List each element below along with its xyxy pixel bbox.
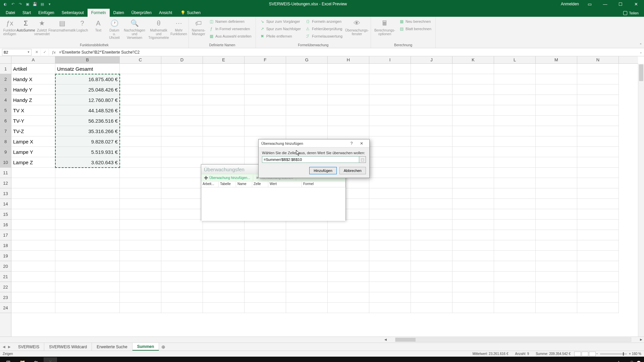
row-headers[interactable]: 123456789101112131415161718192021222324	[0, 64, 11, 337]
col-header[interactable]: A	[11, 56, 55, 63]
tray-action-center-icon[interactable]: 💬	[637, 361, 641, 362]
cell[interactable]: 25.048.426 €	[55, 84, 120, 95]
cell[interactable]: 12.760.807 €	[55, 95, 120, 105]
tab-ueberpruefen[interactable]: Überprüfen	[128, 9, 155, 17]
cell[interactable]	[411, 282, 452, 292]
evaluate-formula-button[interactable]: ℱFormelauswertung	[304, 33, 344, 40]
cell[interactable]	[328, 74, 369, 84]
cell[interactable]	[369, 64, 411, 74]
cell[interactable]	[369, 209, 411, 220]
cell[interactable]	[536, 251, 577, 261]
cell[interactable]	[11, 220, 55, 230]
cell[interactable]	[577, 95, 619, 105]
cell[interactable]	[577, 178, 619, 188]
cell[interactable]	[452, 292, 494, 303]
row-header[interactable]: 1	[0, 64, 11, 74]
row-header[interactable]: 5	[0, 105, 11, 116]
cell[interactable]	[369, 116, 411, 126]
cell[interactable]	[161, 272, 203, 282]
cell[interactable]	[328, 220, 369, 230]
cell[interactable]	[411, 178, 452, 188]
tray-speaker-icon[interactable]: 🔊	[629, 361, 633, 362]
cell[interactable]	[328, 116, 369, 126]
cell[interactable]	[411, 303, 452, 313]
cell[interactable]	[577, 147, 619, 157]
page-layout-view-icon[interactable]	[582, 352, 588, 356]
cell[interactable]: 56.236.516 €	[55, 116, 120, 126]
tell-me-search[interactable]: 💡 Suchen	[178, 9, 203, 17]
cell[interactable]: Umsatz Gesamt	[55, 64, 120, 74]
cell[interactable]	[452, 126, 494, 136]
redo-icon[interactable]: ↷	[17, 1, 23, 7]
row-header[interactable]: 21	[0, 272, 11, 282]
create-from-selection-button[interactable]: ▦Aus Auswahl erstellen	[207, 33, 254, 40]
cell[interactable]: TV-Z	[11, 126, 55, 136]
cell[interactable]	[369, 230, 411, 240]
cell[interactable]	[161, 230, 203, 240]
cell[interactable]	[161, 188, 203, 199]
cell[interactable]	[120, 84, 161, 95]
col-header[interactable]: J	[411, 56, 452, 63]
cell[interactable]	[120, 168, 161, 178]
cell[interactable]	[577, 188, 619, 199]
cell[interactable]	[536, 188, 577, 199]
row-header[interactable]: 24	[0, 303, 11, 313]
sheet-tab-summen[interactable]: Summen	[132, 343, 159, 351]
cell[interactable]	[161, 178, 203, 188]
cell[interactable]	[494, 168, 536, 178]
cell[interactable]	[577, 84, 619, 95]
watch-list[interactable]	[201, 187, 345, 221]
cell[interactable]	[494, 64, 536, 74]
cell[interactable]	[452, 64, 494, 74]
cell[interactable]	[494, 251, 536, 261]
scroll-thumb[interactable]	[639, 64, 643, 81]
cell[interactable]	[328, 105, 369, 116]
hscroll-thumb[interactable]	[395, 338, 416, 342]
cell[interactable]: 44.148.526 €	[55, 105, 120, 116]
col-header[interactable]: M	[536, 56, 577, 63]
cell[interactable]	[203, 282, 245, 292]
cell[interactable]	[245, 116, 286, 126]
cell[interactable]	[11, 303, 55, 313]
cell[interactable]	[328, 272, 369, 282]
cell[interactable]	[369, 261, 411, 272]
cancel-formula-icon[interactable]: ✕	[33, 49, 41, 56]
tab-daten[interactable]: Daten	[110, 9, 128, 17]
cell[interactable]	[286, 126, 328, 136]
cell[interactable]	[577, 105, 619, 116]
cell[interactable]	[11, 272, 55, 282]
cell[interactable]	[369, 95, 411, 105]
system-tray[interactable]: ˄ ▭ 🔊 💬	[618, 361, 643, 362]
cell[interactable]	[411, 168, 452, 178]
cell[interactable]	[245, 230, 286, 240]
cell[interactable]	[536, 220, 577, 230]
memo-icon[interactable]: ▤	[40, 1, 45, 7]
cell[interactable]	[536, 126, 577, 136]
cell[interactable]: Handy X	[11, 74, 55, 84]
cell[interactable]	[577, 64, 619, 74]
calc-now-button[interactable]: ▦Neu berechnen	[397, 18, 433, 25]
cell[interactable]	[494, 126, 536, 136]
scroll-right-icon[interactable]: ▶	[638, 337, 644, 343]
cell[interactable]	[161, 74, 203, 84]
col-header[interactable]: B	[55, 56, 120, 63]
cell[interactable]	[536, 261, 577, 272]
row-header[interactable]: 8	[0, 136, 11, 147]
cell[interactable]	[328, 292, 369, 303]
cell[interactable]	[536, 105, 577, 116]
page-break-view-icon[interactable]	[589, 352, 596, 356]
cell[interactable]	[536, 230, 577, 240]
cell[interactable]	[452, 178, 494, 188]
cell[interactable]	[577, 199, 619, 209]
cell[interactable]: 16.875.400 €	[55, 74, 120, 84]
col-header[interactable]: K	[452, 56, 494, 63]
logical-button[interactable]: ?Logisch	[74, 18, 90, 33]
cell[interactable]	[411, 157, 452, 168]
cell[interactable]	[161, 136, 203, 147]
watch-window-button[interactable]: 👁Überwachungs-fenster	[345, 18, 369, 37]
cell[interactable]	[494, 230, 536, 240]
cell[interactable]	[161, 292, 203, 303]
cell[interactable]	[494, 209, 536, 220]
cell[interactable]	[245, 303, 286, 313]
cell[interactable]	[245, 84, 286, 95]
